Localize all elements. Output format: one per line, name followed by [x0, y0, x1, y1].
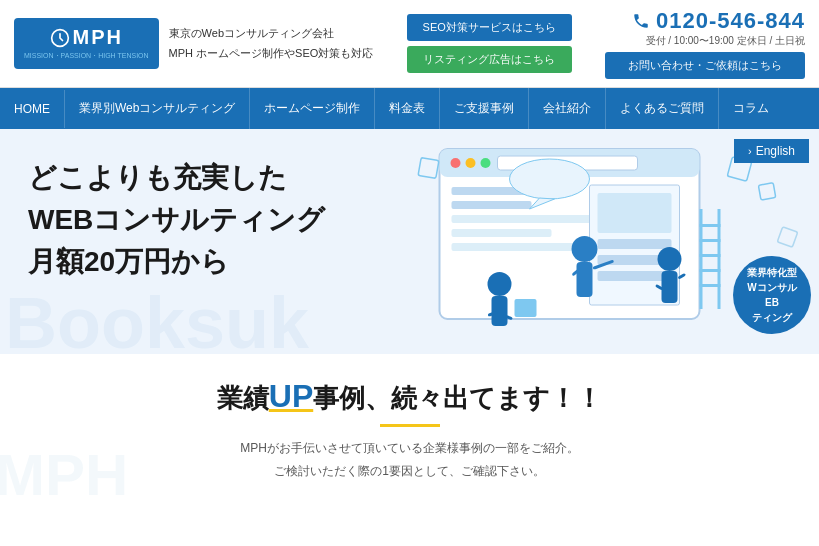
header-phone-area: 0120-546-844 受付 / 10:00〜19:00 定休日 / 土日祝 … [605, 8, 805, 79]
svg-rect-9 [452, 215, 602, 223]
main-nav: HOME 業界別Webコンサルティング ホームページ制作 料金表 ご支援事例 会… [0, 88, 819, 129]
svg-rect-23 [577, 262, 593, 297]
results-title-pre: 業績 [217, 383, 269, 413]
logo-area: MPH MISSION・PASSION・HIGH TENSION 東京のWebコ… [14, 18, 373, 68]
svg-rect-40 [777, 227, 798, 248]
svg-rect-38 [758, 183, 775, 200]
svg-rect-10 [452, 229, 552, 237]
svg-rect-35 [700, 269, 721, 272]
nav-item-column[interactable]: コラム [719, 88, 783, 129]
logo-icon [50, 28, 70, 48]
english-button[interactable]: › English [734, 139, 809, 163]
svg-rect-39 [418, 158, 439, 179]
results-title-up: UP [269, 378, 313, 414]
svg-point-22 [572, 236, 598, 262]
results-subtitle-line2: ご検討いただく際の1要因として、ご確認下さい。 [20, 460, 799, 483]
nav-item-cases[interactable]: ご支援事例 [440, 88, 529, 129]
yellow-underline [380, 424, 440, 427]
hero-headline-line3: 月額20万円から [28, 241, 390, 283]
chevron-right-icon: › [748, 145, 752, 157]
svg-rect-27 [662, 271, 678, 303]
svg-point-3 [451, 158, 461, 168]
seo-service-button[interactable]: SEO対策サービスはこちら [407, 14, 572, 41]
header-center-buttons: SEO対策サービスはこちら リスティング広告はこちら [407, 14, 572, 73]
logo-tagline: 東京のWebコンサルティング会社 MPH ホームページ制作やSEO対策も対応 [169, 24, 374, 64]
svg-rect-21 [515, 299, 537, 317]
svg-point-41 [510, 159, 590, 199]
industry-badge: 業界特化型 Wコンサル EB ティング [733, 256, 811, 334]
results-subtitle-line1: MPHがお手伝いさせて頂いている企業様事例の一部をご紹介。 [20, 437, 799, 460]
svg-rect-36 [700, 284, 721, 287]
svg-rect-14 [598, 239, 672, 249]
nav-item-homepage[interactable]: ホームページ制作 [250, 88, 375, 129]
hero-text-area: どこよりも充実した WEBコンサルティング 月額20万円から [0, 129, 400, 354]
hero-section: Booksuk › English どこよりも充実した WEBコンサルティング … [0, 129, 819, 354]
contact-button[interactable]: お問い合わせ・ご依頼はこちら [605, 52, 805, 79]
english-label: English [756, 144, 795, 158]
svg-rect-8 [452, 201, 532, 209]
svg-rect-13 [598, 193, 672, 233]
site-header: MPH MISSION・PASSION・HIGH TENSION 東京のWebコ… [0, 0, 819, 88]
svg-rect-32 [700, 224, 721, 227]
svg-rect-11 [452, 243, 582, 251]
nav-item-faq[interactable]: よくあるご質問 [606, 88, 719, 129]
hero-headline-line1: どこよりも充実した [28, 157, 390, 199]
listing-ads-button[interactable]: リスティング広告はこちら [407, 46, 572, 73]
svg-rect-34 [700, 254, 721, 257]
svg-point-26 [658, 247, 682, 271]
svg-rect-16 [598, 271, 672, 281]
results-title-post: 事例、続々出てます！！ [313, 383, 602, 413]
phone-number: 0120-546-844 [656, 8, 805, 34]
svg-point-5 [481, 158, 491, 168]
nav-item-about[interactable]: 会社紹介 [529, 88, 606, 129]
results-section: MPH 業績UP事例、続々出てます！！ MPHがお手伝いさせて頂いている企業様事… [0, 354, 819, 495]
nav-item-web-consulting[interactable]: 業界別Webコンサルティング [65, 88, 250, 129]
results-title: 業績UP事例、続々出てます！！ [20, 378, 799, 416]
phone-icon [632, 12, 650, 30]
nav-item-pricing[interactable]: 料金表 [375, 88, 440, 129]
phone-info: 受付 / 10:00〜19:00 定休日 / 土日祝 [646, 34, 806, 48]
svg-rect-18 [492, 296, 508, 326]
nav-item-home[interactable]: HOME [0, 90, 65, 128]
svg-rect-33 [700, 239, 721, 242]
svg-point-17 [488, 272, 512, 296]
hero-headline-line2: WEBコンサルティング [28, 199, 390, 241]
logo-box[interactable]: MPH MISSION・PASSION・HIGH TENSION [14, 18, 159, 68]
svg-point-4 [466, 158, 476, 168]
logo-text: MPH [73, 26, 123, 49]
